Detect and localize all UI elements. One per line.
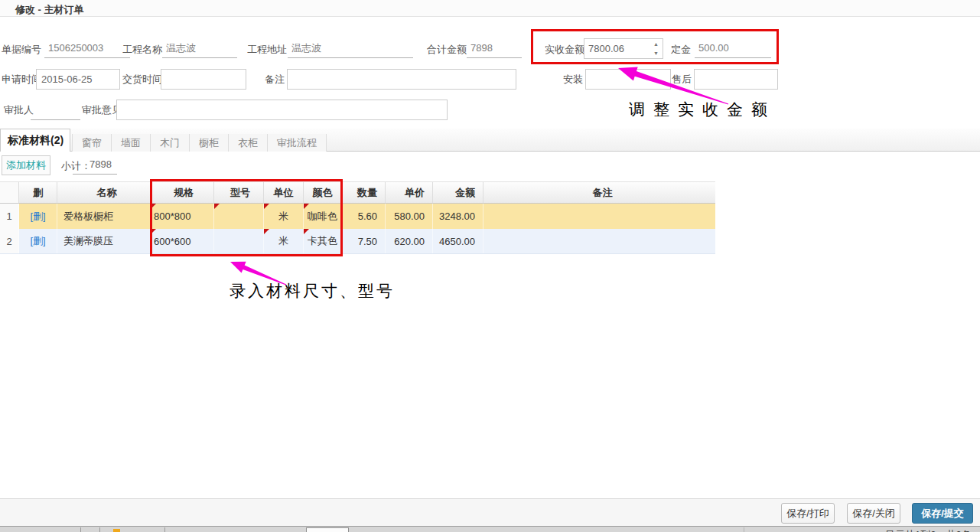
header-amount[interactable]: 金额 xyxy=(433,182,483,203)
received-amount-spinner: ▲ ▼ xyxy=(584,38,663,59)
table-row: 2 [删] 美澜蒂膜压 600*600 米 卡其色 7.50 620.00 46… xyxy=(0,229,715,254)
note-cell[interactable] xyxy=(483,204,715,229)
delivery-date-input[interactable] xyxy=(161,69,246,90)
deposit-label: 定金 xyxy=(671,44,691,56)
spinner-buttons: ▲ ▼ xyxy=(650,39,663,58)
remark-input[interactable] xyxy=(287,69,516,90)
qty-cell[interactable]: 7.50 xyxy=(342,229,386,253)
order-no-label: 单据编号 xyxy=(2,44,41,56)
unit-cell[interactable]: 米 xyxy=(264,229,304,253)
total-amount-label: 合计金额 xyxy=(427,44,467,56)
spinner-down-icon[interactable]: ▼ xyxy=(650,49,663,59)
approval-comment-input[interactable] xyxy=(116,100,448,120)
header-name[interactable]: 名称 xyxy=(57,182,151,203)
dialog-titlebar: 修改 - 主材订单 xyxy=(0,0,980,17)
header-delete[interactable]: 删 xyxy=(19,182,57,203)
order-no-input[interactable] xyxy=(44,41,130,58)
apply-date-input[interactable] xyxy=(36,69,120,90)
header-unit[interactable]: 单位 xyxy=(264,182,304,203)
clipped-background-strip: 显示从1到2，共2条 xyxy=(0,526,980,532)
price-cell[interactable]: 620.00 xyxy=(386,229,433,253)
model-cell[interactable] xyxy=(214,229,264,253)
name-cell[interactable]: 美澜蒂膜压 xyxy=(57,229,151,253)
after-sale-input[interactable] xyxy=(694,69,778,90)
delete-cell: [删] xyxy=(19,229,57,253)
color-cell[interactable]: 卡其色 xyxy=(304,229,342,253)
header-price[interactable]: 单价 xyxy=(386,182,433,203)
spinner-up-icon[interactable]: ▲ xyxy=(650,39,663,49)
add-material-button[interactable]: 添加材料 xyxy=(2,155,50,175)
model-cell[interactable] xyxy=(214,204,264,229)
install-input[interactable] xyxy=(585,69,671,90)
project-address-label: 工程地址 xyxy=(247,44,287,56)
price-cell[interactable]: 580.00 xyxy=(386,204,433,229)
tab-wood-door[interactable]: 木门 xyxy=(151,134,190,152)
note-cell[interactable] xyxy=(483,229,715,253)
name-cell[interactable]: 爱格板橱柜 xyxy=(57,204,151,229)
background-fragment xyxy=(99,527,100,532)
approver-label: 审批人 xyxy=(4,104,34,116)
background-fragment-icon xyxy=(113,529,120,532)
header-qty[interactable]: 数量 xyxy=(342,182,386,203)
save-submit-button[interactable]: 保存/提交 xyxy=(912,503,973,524)
amount-cell: 3248.00 xyxy=(433,204,483,229)
background-fragment xyxy=(164,527,165,532)
delete-cell: [删] xyxy=(19,204,57,229)
grid-header: 删 名称 规格 型号 单位 颜色 数量 单价 金额 备注 xyxy=(0,181,715,204)
delete-link[interactable]: [删] xyxy=(30,234,45,248)
order-edit-dialog: 修改 - 主材订单 单据编号 工程名称 工程地址 合计金额 实收金额 ▲ ▼ 定… xyxy=(0,0,980,532)
delete-link[interactable]: [删] xyxy=(30,210,45,224)
save-print-button[interactable]: 保存/打印 xyxy=(781,503,835,524)
page-title: 修改 - 主材订单 xyxy=(15,3,84,17)
remark-label: 备注 xyxy=(265,73,285,86)
tab-wall[interactable]: 墙面 xyxy=(112,134,151,152)
inactive-tabs: 窗帘 墙面 木门 橱柜 衣柜 审批流程 xyxy=(72,134,327,152)
spec-cell[interactable]: 600*600 xyxy=(151,229,214,253)
total-amount-value xyxy=(467,41,522,58)
tab-standard-materials[interactable]: 标准材料(2) xyxy=(0,129,70,152)
subtotal-value xyxy=(73,158,117,175)
tab-cabinet[interactable]: 橱柜 xyxy=(190,134,229,152)
after-sale-label: 售后 xyxy=(672,73,692,86)
project-name-label: 工程名称 xyxy=(122,44,162,56)
project-address-input[interactable] xyxy=(288,41,413,58)
install-label: 安装 xyxy=(563,73,583,86)
tab-curtain[interactable]: 窗帘 xyxy=(72,134,112,152)
header-spec[interactable]: 规格 xyxy=(151,182,214,203)
deposit-input[interactable] xyxy=(695,41,771,58)
received-amount-label: 实收金额 xyxy=(545,44,584,56)
row-number-cell: 2 xyxy=(0,229,19,253)
header-note[interactable]: 备注 xyxy=(483,182,715,203)
tab-wardrobe[interactable]: 衣柜 xyxy=(229,134,268,152)
annotation-adjust-received: 调整实收金额 xyxy=(629,99,776,120)
amount-cell: 4650.00 xyxy=(433,229,483,253)
project-name-input[interactable] xyxy=(162,41,237,58)
received-amount-input[interactable] xyxy=(584,39,650,58)
tab-approval-flow[interactable]: 审批流程 xyxy=(268,134,327,152)
annotation-enter-spec: 录入材料尺寸、型号 xyxy=(230,280,395,302)
save-close-button[interactable]: 保存/关闭 xyxy=(847,503,900,524)
header-color[interactable]: 颜色 xyxy=(304,182,342,203)
header-model[interactable]: 型号 xyxy=(214,182,264,203)
row-number-cell: 1 xyxy=(0,204,19,229)
color-cell[interactable]: 咖啡色 xyxy=(304,204,342,229)
approver-input[interactable] xyxy=(31,103,80,120)
delivery-date-label: 交货时间 xyxy=(122,73,162,86)
background-fragment xyxy=(744,527,744,532)
pager-text: 显示从1到2，共2条 xyxy=(885,528,972,532)
table-row: 1 [删] 爱格板橱柜 800*800 米 咖啡色 5.60 580.00 32… xyxy=(0,204,715,229)
spec-cell[interactable]: 800*800 xyxy=(151,204,214,229)
header-row-number xyxy=(0,182,19,203)
tab-strip: 标准材料(2) 窗帘 墙面 木门 橱柜 衣柜 审批流程 xyxy=(0,129,980,152)
qty-cell[interactable]: 5.60 xyxy=(342,204,386,229)
background-fragment xyxy=(80,527,81,532)
unit-cell[interactable]: 米 xyxy=(264,204,304,229)
background-fragment-box xyxy=(306,527,349,532)
